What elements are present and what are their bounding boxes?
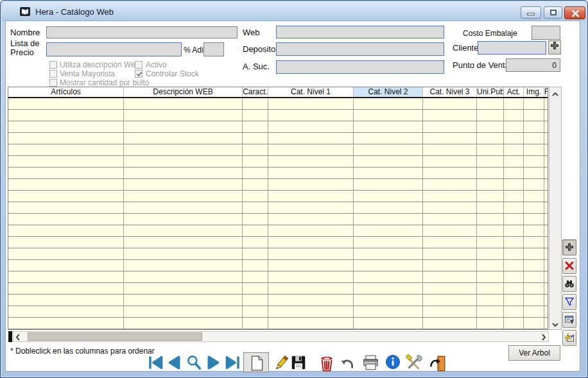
table-cell[interactable] xyxy=(243,156,268,167)
table-cell[interactable] xyxy=(477,306,504,317)
table-cell[interactable] xyxy=(243,295,268,305)
column-header[interactable]: Descripción WEB xyxy=(124,87,243,97)
table-cell[interactable] xyxy=(477,295,504,305)
table-cell[interactable] xyxy=(124,318,243,329)
table-cell[interactable] xyxy=(124,144,243,155)
table-cell[interactable] xyxy=(477,144,504,155)
table-cell[interactable] xyxy=(8,202,124,213)
table-cell[interactable] xyxy=(354,191,423,202)
last-record-button[interactable] xyxy=(225,354,241,372)
table-row[interactable] xyxy=(8,156,548,168)
table-cell[interactable] xyxy=(544,248,548,259)
table-cell[interactable] xyxy=(354,110,423,121)
table-cell[interactable] xyxy=(243,168,268,178)
table-cell[interactable] xyxy=(243,179,268,190)
table-cell[interactable] xyxy=(524,260,544,271)
table-row[interactable] xyxy=(8,110,548,121)
table-cell[interactable] xyxy=(423,168,477,178)
table-cell[interactable] xyxy=(268,144,354,155)
table-cell[interactable] xyxy=(243,144,268,155)
table-cell[interactable] xyxy=(504,202,524,213)
table-cell[interactable] xyxy=(124,295,243,305)
table-cell[interactable] xyxy=(354,248,423,259)
adic-field[interactable] xyxy=(203,42,224,56)
table-cell[interactable] xyxy=(268,306,354,317)
table-cell[interactable] xyxy=(524,202,544,213)
table-cell[interactable] xyxy=(544,110,548,121)
table-cell[interactable] xyxy=(354,271,423,282)
table-cell[interactable] xyxy=(477,121,504,132)
table-cell[interactable] xyxy=(544,271,548,282)
table-cell[interactable] xyxy=(268,156,354,167)
table-cell[interactable] xyxy=(504,191,524,202)
table-cell[interactable] xyxy=(243,260,268,271)
table-cell[interactable] xyxy=(8,144,124,155)
table-cell[interactable] xyxy=(524,191,544,202)
table-row[interactable] xyxy=(8,202,548,214)
costo-embalaje-field[interactable] xyxy=(532,26,560,40)
table-cell[interactable] xyxy=(268,271,354,282)
table-cell[interactable] xyxy=(8,306,124,317)
checkbox-activo[interactable] xyxy=(135,61,143,69)
checkbox-utiliza-descripcion-web[interactable] xyxy=(49,61,57,69)
nombre-field[interactable] xyxy=(46,26,238,39)
table-cell[interactable] xyxy=(423,237,477,248)
table-cell[interactable] xyxy=(8,98,124,109)
table-cell[interactable] xyxy=(504,168,524,178)
table-cell[interactable] xyxy=(8,110,124,121)
close-button[interactable] xyxy=(564,6,585,19)
table-cell[interactable] xyxy=(268,191,354,202)
table-cell[interactable] xyxy=(243,110,268,121)
table-row[interactable] xyxy=(8,237,548,248)
new-record-button[interactable] xyxy=(243,352,269,372)
table-row[interactable] xyxy=(8,191,548,202)
table-cell[interactable] xyxy=(524,248,544,259)
table-cell[interactable] xyxy=(354,295,423,305)
horizontal-scrollbar[interactable] xyxy=(13,331,549,342)
cliente-field[interactable] xyxy=(478,41,546,55)
table-cell[interactable] xyxy=(268,248,354,259)
table-cell[interactable] xyxy=(243,237,268,248)
table-cell[interactable] xyxy=(477,248,504,259)
table-cell[interactable] xyxy=(544,121,548,132)
scrollbar-thumb[interactable] xyxy=(28,332,202,341)
column-header[interactable]: Artículos xyxy=(8,87,124,97)
table-cell[interactable] xyxy=(544,98,548,109)
minimize-button[interactable] xyxy=(521,6,541,19)
table-cell[interactable] xyxy=(124,283,243,294)
ver-arbol-button[interactable]: Ver Arbol xyxy=(508,345,560,361)
table-cell[interactable] xyxy=(124,225,243,236)
maximize-button[interactable] xyxy=(544,6,562,19)
lista-precio-field[interactable] xyxy=(46,42,182,56)
table-row[interactable] xyxy=(8,133,548,144)
checkbox-mostrar-cantidad[interactable] xyxy=(49,79,57,87)
table-cell[interactable] xyxy=(8,156,124,167)
scroll-left-icon[interactable] xyxy=(15,332,21,344)
table-cell[interactable] xyxy=(268,121,354,132)
table-cell[interactable] xyxy=(423,133,477,144)
table-row[interactable] xyxy=(8,225,548,237)
table-cell[interactable] xyxy=(243,318,268,329)
table-cell[interactable] xyxy=(8,133,124,144)
table-cell[interactable] xyxy=(524,318,544,329)
table-cell[interactable] xyxy=(268,295,354,305)
table-cell[interactable] xyxy=(504,156,524,167)
table-cell[interactable] xyxy=(544,283,548,294)
print-button[interactable] xyxy=(362,354,379,372)
table-cell[interactable] xyxy=(423,156,477,167)
edit-record-button[interactable] xyxy=(273,354,290,372)
table-row[interactable] xyxy=(8,271,548,283)
table-cell[interactable] xyxy=(8,121,124,132)
table-cell[interactable] xyxy=(524,237,544,248)
table-cell[interactable] xyxy=(544,202,548,213)
table-row[interactable] xyxy=(8,283,548,295)
table-cell[interactable] xyxy=(524,168,544,178)
previous-record-button[interactable] xyxy=(166,354,182,372)
table-cell[interactable] xyxy=(243,283,268,294)
table-cell[interactable] xyxy=(124,98,243,109)
add-row-button[interactable] xyxy=(562,239,576,255)
table-cell[interactable] xyxy=(268,179,354,190)
table-cell[interactable] xyxy=(477,110,504,121)
table-cell[interactable] xyxy=(8,214,124,225)
table-cell[interactable] xyxy=(354,214,423,225)
